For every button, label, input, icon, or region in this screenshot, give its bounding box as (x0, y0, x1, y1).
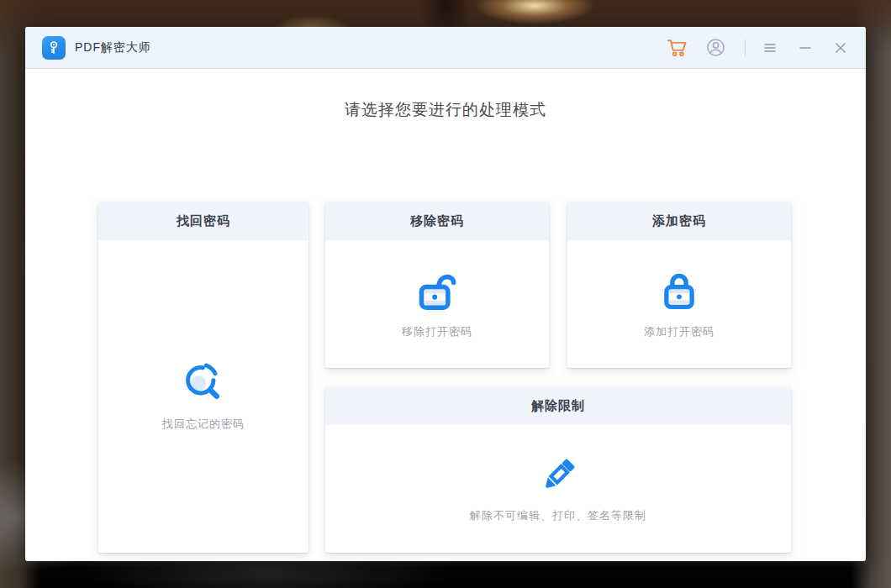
card-caption: 解除不可编辑、打印、签名等限制 (470, 508, 646, 523)
card-header: 解除限制 (325, 386, 791, 425)
app-logo (42, 36, 66, 60)
minimize-icon[interactable] (796, 39, 815, 57)
card-remove-restrictions[interactable]: 解除限制 解除不可编辑、打印、签名等限制 (325, 386, 791, 553)
key-icon (45, 39, 62, 56)
card-caption: 找回忘记的密码 (162, 417, 245, 432)
page-title: 请选择您要进行的处理模式 (25, 69, 866, 121)
card-header: 移除密码 (325, 202, 549, 240)
magnifier-icon (182, 361, 225, 405)
main-content: 请选择您要进行的处理模式 找回密码 找回忘记的密码 移除密码 (25, 69, 866, 560)
titlebar-divider (745, 39, 746, 56)
user-account-icon[interactable] (705, 37, 726, 58)
lock-icon (657, 269, 701, 312)
app-window: PDF解密大师 (25, 27, 866, 561)
shopping-cart-icon[interactable] (666, 36, 688, 59)
title-bar: PDF解密大师 (25, 27, 866, 69)
card-caption: 移除打开密码 (402, 324, 472, 339)
card-header: 找回密码 (98, 202, 308, 240)
unlock-icon (414, 269, 460, 312)
app-title: PDF解密大师 (75, 40, 151, 55)
card-remove-password[interactable]: 移除密码 移除打开密码 (325, 202, 549, 368)
card-add-password[interactable]: 添加密码 添加打开密码 (567, 202, 791, 368)
card-caption: 添加打开密码 (644, 324, 714, 339)
card-header: 添加密码 (567, 202, 791, 240)
pencil-edit-icon (537, 454, 579, 496)
card-recover-password[interactable]: 找回密码 找回忘记的密码 (98, 202, 308, 553)
hamburger-menu-icon[interactable] (761, 39, 779, 57)
close-icon[interactable] (831, 39, 850, 57)
